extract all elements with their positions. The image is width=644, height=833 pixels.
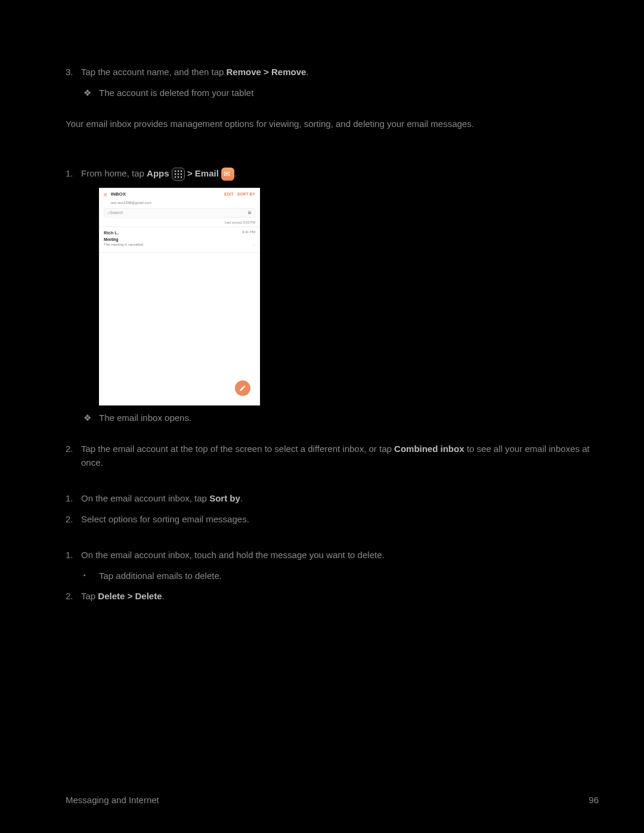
edit-button[interactable]: EDIT [224, 191, 234, 197]
screenshot-header: ≡ INBOX EDIT SORT BY [99, 188, 260, 200]
email-subject: Meeting [104, 237, 255, 243]
step-3-text: Tap the account name, and then tap Remov… [81, 66, 599, 79]
inbox-opens-text: The email inbox opens. [99, 411, 191, 425]
diamond-bullet-icon: ❖ [83, 86, 99, 100]
list-number: 2. [66, 442, 81, 469]
list-number: 1. [66, 549, 81, 562]
search-placeholder: Search [110, 210, 123, 216]
sort-step1: On the email account inbox, tap Sort by. [81, 492, 599, 506]
svg-point-3 [175, 173, 176, 174]
list-number: 2. [66, 513, 81, 527]
diamond-bullet-icon: ❖ [83, 411, 99, 425]
star-icon[interactable]: ☆ [252, 242, 255, 249]
view-inbox-step2: Tap the email account at the top of the … [81, 442, 599, 469]
sort-step2: Select options for sorting email message… [81, 513, 599, 527]
email-icon [221, 168, 234, 181]
svg-point-7 [178, 176, 179, 177]
email-sender: Rich L. [104, 230, 119, 236]
list-number: 1. [66, 167, 81, 181]
page-number: 96 [589, 794, 599, 807]
hamburger-icon[interactable]: ≡ [104, 190, 107, 199]
sync-status: Last synced 3:03 PM [99, 220, 260, 227]
view-inbox-step1: From home, tap Apps > Email . [81, 167, 599, 181]
email-item[interactable]: Rich L. 3:41 PM Meeting The meeting is c… [99, 227, 260, 253]
list-number: 2. [66, 590, 81, 603]
delete-step1: On the email account inbox, touch and ho… [81, 549, 599, 562]
sort-section: 1. On the email account inbox, tap Sort … [66, 492, 599, 526]
email-preview: The meeting is cancelled [104, 242, 143, 249]
sortby-button[interactable]: SORT BY [237, 191, 255, 197]
email-time: 3:41 PM [242, 230, 255, 236]
inbox-screenshot: ≡ INBOX EDIT SORT BY test.test1398@gmail… [99, 188, 260, 405]
step-3: 3. Tap the account name, and then tap Re… [66, 66, 599, 100]
svg-point-1 [178, 170, 179, 171]
intro-paragraph: Your email inbox provides management opt… [66, 117, 599, 131]
step-3-result: The account is deleted from your tablet [99, 86, 253, 100]
mic-icon[interactable]: 🎤︎ [247, 210, 252, 216]
svg-point-8 [181, 176, 182, 177]
section-title: Messaging and Internet [66, 794, 159, 807]
svg-point-4 [178, 173, 179, 174]
page-footer: Messaging and Internet 96 [66, 794, 599, 807]
delete-section: 1. On the email account inbox, touch and… [66, 549, 599, 603]
svg-point-6 [175, 176, 176, 177]
compose-button[interactable] [235, 380, 250, 396]
account-label: test.test1398@gmail.com [99, 200, 260, 208]
list-number: 1. [66, 492, 81, 506]
svg-point-0 [175, 170, 176, 171]
apps-icon [172, 168, 185, 181]
delete-step2: Tap Delete > Delete. [81, 590, 599, 603]
square-bullet-icon: ▪ [83, 569, 99, 583]
svg-point-5 [181, 173, 182, 174]
inbox-title[interactable]: INBOX [111, 191, 221, 198]
delete-substep: Tap additional emails to delete. [99, 569, 222, 583]
svg-point-2 [181, 170, 182, 171]
list-number: 3. [66, 66, 81, 79]
search-input[interactable]: ⌕ Search 🎤︎ [104, 208, 255, 218]
view-inbox-section: 1. From home, tap Apps > Email . ≡ INBOX… [66, 167, 599, 470]
